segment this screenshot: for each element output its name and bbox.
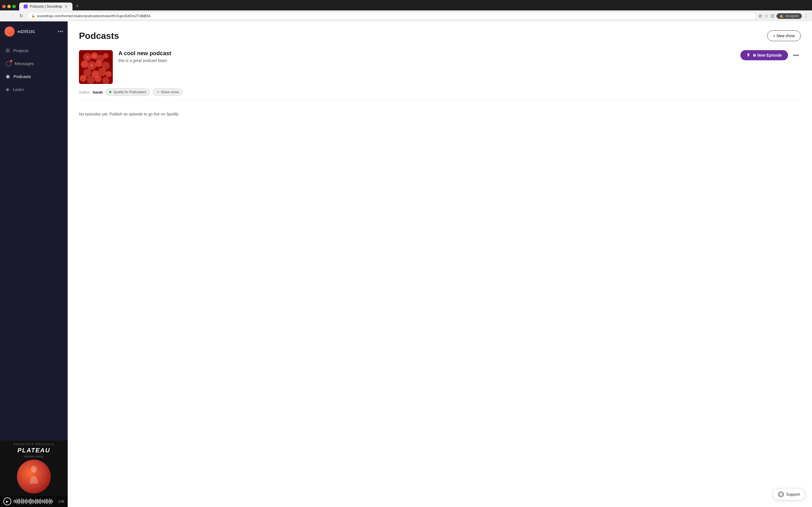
url-text: soundtrap.com/home/creator/podcasts/show… — [37, 14, 151, 18]
tab-title: Podcasts | Soundtrap — [30, 4, 62, 8]
username: ed295181 — [17, 29, 55, 34]
support-label: Support — [786, 492, 800, 497]
avatar — [4, 26, 15, 37]
svg-point-18 — [86, 56, 89, 59]
author-name: Sarah — [93, 90, 103, 94]
podcast-title: A cool new podcast — [118, 50, 741, 57]
menu-icon[interactable]: ⋮ — [804, 13, 809, 18]
main-header: Podcasts + New show — [79, 31, 801, 41]
author-label: Author — [79, 90, 90, 94]
player-album-title: PLATEAU — [0, 447, 68, 455]
svg-point-15 — [87, 76, 95, 83]
main-content: Podcasts + New show — [68, 21, 812, 507]
lock-icon: 🔒 — [31, 14, 35, 18]
support-chat-icon: 💬 — [778, 492, 784, 497]
play-button[interactable]: ▶ — [3, 497, 11, 505]
incognito-label: Incognito — [785, 14, 799, 18]
svg-point-6 — [81, 61, 88, 68]
sidebar-item-label: Projects — [13, 48, 29, 53]
svg-point-19 — [93, 55, 96, 57]
svg-point-16 — [95, 75, 101, 82]
maximize-window-button[interactable] — [12, 5, 16, 8]
notification-dot — [10, 60, 12, 62]
originals-label: SOUNDTRAP ORIGINALS — [0, 441, 68, 447]
new-episode-button[interactable]: 🎙 ⊕ New Episode — [741, 50, 788, 60]
author-row: Author Sarah Spotify for Podcasters ↗ Sh… — [79, 84, 801, 101]
page-title: Podcasts — [79, 31, 119, 41]
sidebar-player: SOUNDTRAP ORIGINALS PLATEAU SOUND PACK ▶ — [0, 441, 68, 507]
podcast-description: this is a great podcast listen — [118, 58, 741, 63]
sidebar-item-label: Learn — [13, 87, 24, 92]
back-button[interactable]: ‹ — [3, 13, 8, 19]
tab-bar: Podcasts | Soundtrap ✕ + — [0, 0, 812, 10]
no-episodes-message: No episodes yet. Publish an episode to g… — [79, 107, 801, 121]
svg-point-8 — [95, 60, 102, 67]
sidebar-item-label: Podcasts — [13, 74, 31, 79]
svg-point-14 — [80, 75, 87, 82]
podcasts-icon: ◉ — [6, 73, 10, 79]
browser-chrome: Podcasts | Soundtrap ✕ + ‹ › ↻ 🔒 soundtr… — [0, 0, 812, 21]
new-tab-button[interactable]: + — [73, 2, 81, 10]
podcast-thumbnail — [79, 50, 113, 84]
address-icons: ⊘ ☆ ⊡ 🕵 Incognito ⋮ — [758, 13, 809, 19]
sidebar-item-podcasts[interactable]: ◉ Podcasts — [0, 70, 68, 83]
spotify-podcasters-button[interactable]: Spotify for Podcasters — [105, 89, 150, 96]
svg-point-17 — [102, 77, 109, 84]
address-bar: ‹ › ↻ 🔒 soundtrap.com/home/creator/podca… — [0, 10, 812, 21]
waveform — [13, 498, 56, 505]
mic-icon: 🎙 — [747, 53, 751, 57]
new-show-button[interactable]: + New show — [767, 31, 801, 41]
player-album-subtitle: SOUND PACK — [0, 455, 68, 458]
tab-close-button[interactable]: ✕ — [64, 4, 68, 9]
projects-icon: ⊞ — [6, 47, 10, 54]
podcast-card: A cool new podcast this is a great podca… — [79, 50, 741, 84]
user-more-button[interactable]: ••• — [58, 29, 63, 35]
spotify-label: Spotify for Podcasters — [113, 90, 146, 94]
sidebar-item-messages[interactable]: ◯ Messages — [0, 57, 68, 70]
incognito-badge[interactable]: 🕵 Incognito — [776, 13, 802, 19]
share-icon: ↗ — [156, 90, 159, 94]
svg-point-5 — [103, 53, 109, 59]
bookmark-icon[interactable]: ☆ — [764, 13, 768, 18]
extensions-icon[interactable]: ⊡ — [770, 13, 774, 18]
podcast-right-actions: 🎙 ⊕ New Episode ••• — [741, 50, 801, 60]
forward-button[interactable]: › — [10, 13, 15, 19]
screen-share-icon[interactable]: ⊘ — [758, 13, 762, 18]
incognito-icon: 🕵 — [779, 14, 783, 18]
player-time: 1:55 — [58, 500, 64, 503]
new-episode-label: ⊕ New Episode — [753, 53, 782, 57]
reload-button[interactable]: ↻ — [18, 13, 25, 19]
active-tab[interactable]: Podcasts | Soundtrap ✕ — [19, 3, 72, 10]
minimize-window-button[interactable] — [7, 5, 11, 8]
sidebar-user: ed295181 ••• — [0, 21, 68, 42]
podcast-more-button[interactable]: ••• — [792, 50, 801, 60]
player-artwork — [17, 460, 51, 494]
sidebar-item-label: Messages — [15, 61, 34, 66]
sidebar-nav: ⊞ Projects ◯ Messages ◉ Podcasts ◈ Learn — [0, 42, 68, 441]
svg-point-12 — [98, 68, 106, 76]
svg-point-13 — [105, 71, 112, 77]
svg-point-0 — [31, 466, 37, 473]
player-controls: ▶ — [0, 496, 68, 507]
podcast-art-svg — [79, 50, 113, 84]
share-label: Share show — [161, 90, 179, 94]
podcast-card-row: A cool new podcast this is a great podca… — [79, 50, 801, 84]
url-bar[interactable]: 🔒 soundtrap.com/home/creator/podcasts/sh… — [27, 12, 756, 20]
svg-point-20 — [90, 64, 93, 67]
learn-icon: ◈ — [6, 86, 10, 93]
support-button[interactable]: 💬 Support — [773, 489, 805, 500]
sidebar-item-learn[interactable]: ◈ Learn — [0, 83, 68, 96]
close-window-button[interactable] — [2, 5, 6, 8]
tab-favicon — [24, 4, 28, 8]
app-container: ed295181 ••• ⊞ Projects ◯ Messages ◉ Pod… — [0, 21, 812, 507]
sidebar-item-projects[interactable]: ⊞ Projects — [0, 44, 68, 57]
window-controls — [2, 5, 16, 8]
podcast-info: A cool new podcast this is a great podca… — [118, 50, 741, 63]
silhouette-icon — [26, 465, 42, 488]
sidebar: ed295181 ••• ⊞ Projects ◯ Messages ◉ Pod… — [0, 21, 68, 507]
share-show-button[interactable]: ↗ Share show — [153, 89, 183, 96]
podcast-action-row: 🎙 ⊕ New Episode ••• — [741, 50, 801, 60]
spotify-dot-icon — [109, 91, 111, 93]
